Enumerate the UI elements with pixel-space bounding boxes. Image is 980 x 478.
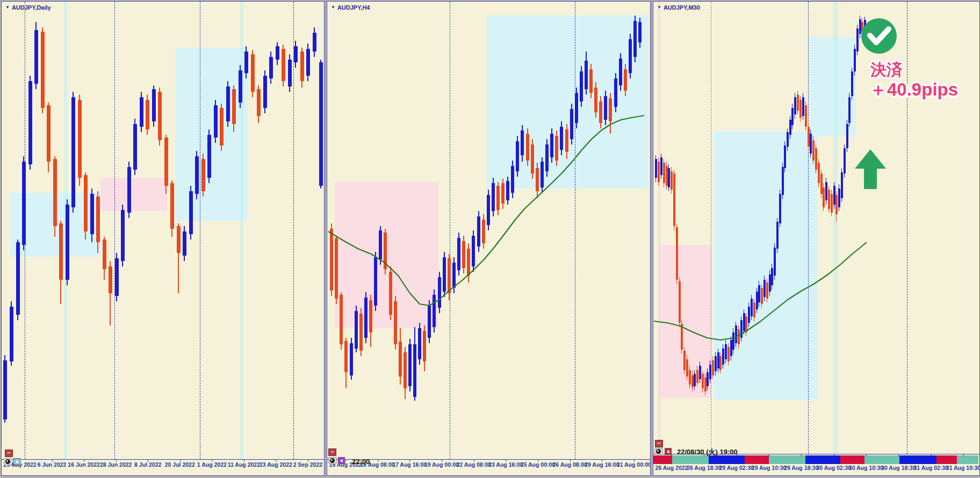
candle-bull	[763, 280, 766, 297]
candle-bull	[856, 28, 859, 52]
eye-icon	[330, 458, 335, 463]
candle-bear	[658, 162, 660, 182]
candle-bear	[394, 301, 397, 344]
candle-bull	[263, 76, 267, 108]
candle-bear	[831, 194, 833, 213]
candle-bear	[384, 233, 387, 269]
axis-label: 29 Aug 10:30	[752, 465, 786, 471]
dropdown-arrow-icon[interactable]: ▼	[5, 5, 10, 10]
candle-bull	[516, 141, 519, 171]
candle-bear	[41, 32, 45, 108]
candle-bear	[59, 223, 63, 280]
candle-bear	[673, 173, 675, 226]
candle-bull	[864, 20, 866, 28]
candle-bear	[589, 69, 593, 93]
candle-bull	[751, 299, 753, 316]
candle-bear	[526, 134, 529, 161]
candle-bull	[660, 157, 662, 175]
chart-window-h4: 15 Aug 202216 Aug 08:0017 Aug 16:0019 Au…	[327, 1, 651, 476]
marker-button[interactable]	[665, 448, 672, 455]
axis-tick	[866, 454, 867, 457]
axis-label: 20 Jul 2022	[165, 461, 195, 468]
marker-button[interactable]	[13, 458, 20, 465]
axis-label: 17 Aug 16:00	[392, 461, 427, 468]
candle-bull	[121, 210, 125, 261]
session-bar-segment	[769, 455, 805, 464]
candle-bear	[815, 148, 817, 170]
candle-bull	[699, 366, 701, 379]
candle-clock-text: 22/08/30 (火) 19:00	[677, 447, 738, 457]
candle-bear	[689, 370, 691, 385]
candle-bear	[609, 98, 612, 121]
period-separator-line	[808, 2, 809, 454]
candle-bull	[633, 21, 637, 57]
dropdown-arrow-icon[interactable]: ▼	[331, 5, 335, 10]
candle-bull	[90, 194, 94, 234]
chart-title: ▼AUDJPY,Daily	[5, 4, 51, 11]
collapse-button[interactable]: −	[655, 440, 663, 447]
axis-label: 26 Aug 18:30	[687, 465, 721, 471]
candle-bull	[244, 52, 248, 73]
candle-bull	[379, 230, 382, 259]
eye-icon-button[interactable]	[328, 457, 337, 464]
candle-bull	[3, 360, 7, 419]
candle-bull	[550, 134, 553, 157]
candle-bear	[201, 159, 205, 191]
candle-bull	[570, 109, 573, 139]
candle-bull	[782, 167, 784, 195]
marker-dot-icon	[341, 460, 343, 462]
candle-bull	[709, 365, 711, 379]
axis-tick	[834, 454, 834, 457]
candle-bull	[127, 167, 131, 213]
candle-bear	[78, 100, 82, 178]
axis-label: 30 Aug 02:30	[816, 465, 851, 471]
candle-bear	[738, 329, 740, 344]
candle-bear	[799, 100, 802, 118]
candle-bull	[350, 343, 353, 375]
chart-window-daily: 25 May 20226 Jun 202216 Jun 202228 Jun 2…	[1, 1, 325, 476]
axis-label: 6 Jun 2022	[38, 461, 67, 468]
candle-bull	[71, 97, 75, 207]
axis-label: 19 Aug 00:00	[424, 461, 459, 468]
candle-bull	[207, 135, 211, 178]
marker-button[interactable]	[338, 457, 345, 464]
candle-bear	[753, 302, 755, 317]
candle-bull	[418, 328, 421, 359]
candle-bull	[477, 216, 480, 247]
candle-bull	[735, 325, 737, 343]
axis-label: 23 Aug 2022	[260, 461, 292, 468]
candle-bull	[732, 332, 734, 350]
candle-bull	[848, 97, 851, 123]
candle-bear	[835, 195, 838, 214]
dropdown-arrow-icon[interactable]: ▼	[657, 5, 661, 10]
candle-bear	[251, 54, 255, 92]
candle-bull	[457, 238, 460, 270]
candle-bull	[614, 78, 617, 107]
candle-bear	[84, 175, 88, 231]
axis-tick	[898, 454, 899, 457]
candle-bull	[133, 124, 137, 170]
eye-icon-button[interactable]	[654, 448, 663, 455]
candle-bull	[428, 306, 431, 338]
candle-bull	[183, 231, 186, 256]
candle-bull	[787, 132, 789, 147]
candle-bull	[668, 168, 670, 187]
session-bar-segment	[957, 455, 978, 464]
candle-bear	[676, 227, 678, 280]
candle-bear	[501, 183, 505, 204]
highlight-strip	[833, 2, 838, 454]
collapse-button[interactable]: −	[328, 448, 336, 456]
candle-bull	[443, 257, 446, 292]
candle-bear	[232, 89, 236, 124]
candle-bear	[555, 136, 558, 161]
axis-label: 29 Aug 02:30	[719, 465, 753, 471]
axis-tick	[672, 454, 672, 457]
candle-bear	[482, 220, 485, 243]
candle-bull	[851, 71, 853, 96]
candle-bull	[838, 189, 840, 207]
collapse-button[interactable]: −	[5, 450, 13, 457]
eye-icon-button[interactable]	[4, 458, 12, 465]
candle-bull	[22, 162, 26, 245]
candle-bull	[152, 89, 156, 121]
candle-bear	[170, 183, 174, 229]
